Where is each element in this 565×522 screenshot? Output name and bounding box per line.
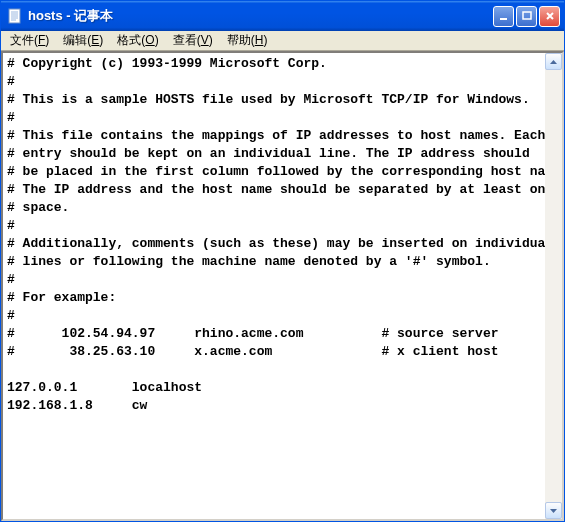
menu-edit[interactable]: 编辑(E): [56, 30, 110, 51]
scroll-down-button[interactable]: [545, 502, 562, 519]
menu-format[interactable]: 格式(O): [110, 30, 165, 51]
titlebar[interactable]: hosts - 记事本: [1, 1, 564, 31]
vertical-scrollbar[interactable]: [545, 53, 562, 519]
maximize-button[interactable]: [516, 6, 537, 27]
menu-help[interactable]: 帮助(H): [220, 30, 275, 51]
window-title: hosts - 记事本: [28, 7, 493, 25]
menubar: 文件(F) 编辑(E) 格式(O) 查看(V) 帮助(H): [1, 31, 564, 51]
menu-view[interactable]: 查看(V): [166, 30, 220, 51]
svg-rect-6: [500, 18, 507, 20]
notepad-window: hosts - 记事本 文件(F) 编辑(E) 格式(O) 查看(V) 帮助(H…: [0, 0, 565, 522]
window-controls: [493, 6, 560, 27]
app-icon: [7, 8, 23, 24]
editor-area: # Copyright (c) 1993-1999 Microsoft Corp…: [1, 51, 564, 521]
menu-file[interactable]: 文件(F): [3, 30, 56, 51]
close-button[interactable]: [539, 6, 560, 27]
scroll-up-button[interactable]: [545, 53, 562, 70]
minimize-button[interactable]: [493, 6, 514, 27]
svg-rect-7: [523, 12, 531, 19]
text-content[interactable]: # Copyright (c) 1993-1999 Microsoft Corp…: [3, 53, 545, 519]
scroll-track[interactable]: [545, 70, 562, 502]
